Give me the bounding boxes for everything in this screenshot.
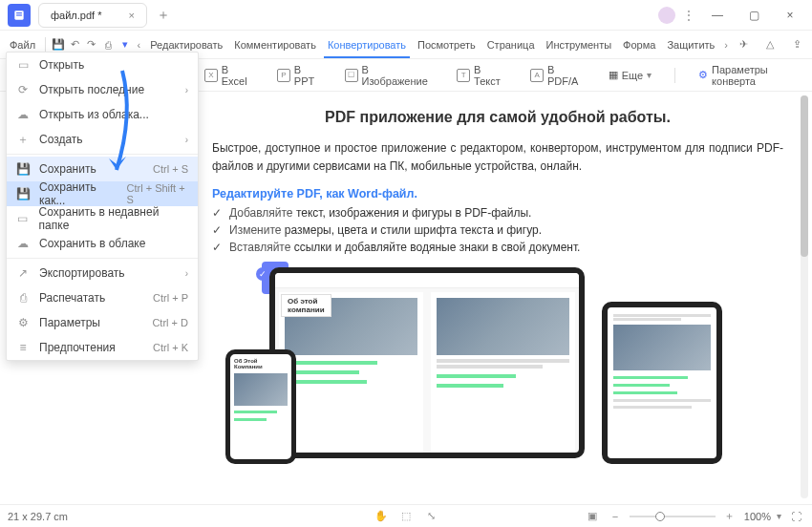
shortcut-label: Ctrl + S [153, 163, 188, 175]
shortcut-label: Ctrl + Shift + S [127, 182, 188, 205]
menu-edit[interactable]: Редактировать [146, 39, 226, 51]
window-close-button[interactable]: × [776, 4, 804, 27]
menu-form[interactable]: Форма [619, 39, 659, 51]
close-tab-icon[interactable]: × [128, 10, 134, 21]
sliders-icon: ⚙ [16, 316, 30, 329]
tab-title: файл.pdf * [51, 10, 101, 21]
doc-subheading: Редактируйте PDF, как Word-файл. [212, 187, 783, 200]
menu-prefs[interactable]: ≡ПредпочтенияCtrl + K [7, 335, 198, 360]
feature-list: ✓Добавляйте текст, изображения и фигуры … [212, 206, 783, 254]
svg-rect-1 [16, 12, 22, 13]
menu-save-recent-folder[interactable]: ▭Сохранить в недавней папке [7, 206, 198, 231]
settings-icon: ≡ [16, 341, 30, 354]
menu-protect[interactable]: Защитить [663, 39, 718, 51]
grid-icon: ▦ [609, 69, 618, 81]
menu-open[interactable]: ▭Открыть [7, 53, 198, 77]
window-minimize-button[interactable]: — [703, 4, 732, 27]
laptop-mock: Об этойкомпании [269, 267, 585, 458]
chevron-right-icon: › [185, 135, 188, 145]
print-icon: ⎙ [16, 291, 30, 305]
more-menu-icon[interactable]: ⋮ [683, 9, 695, 22]
zoom-slider-knob[interactable] [655, 512, 665, 521]
excel-icon: X [204, 69, 218, 82]
to-text-button[interactable]: TВ Текст [457, 64, 509, 87]
text-icon: T [457, 69, 470, 82]
scrollbar-thumb[interactable] [801, 95, 808, 257]
folder-icon: ▭ [16, 212, 30, 225]
menu-convert[interactable]: Конвертировать [324, 39, 410, 58]
pdfa-icon: A [530, 69, 544, 82]
send-icon[interactable]: ✈ [734, 35, 753, 54]
recent-icon: ⟳ [16, 83, 30, 96]
export-icon: ↗ [16, 266, 30, 280]
menu-view[interactable]: Посмотреть [414, 39, 480, 51]
chevron-right-icon: › [185, 268, 188, 279]
badge-text: Об этойкомпании [281, 294, 331, 317]
to-ppt-button[interactable]: PВ PPT [277, 64, 324, 87]
menu-export[interactable]: ↗Экспортировать› [7, 261, 198, 285]
share-icon[interactable]: ⇪ [787, 35, 806, 54]
cloud-icon: ☁ [16, 237, 30, 250]
more-convert-button[interactable]: ▦Еще▾ [609, 69, 652, 81]
chevron-down-icon: ▾ [647, 70, 652, 80]
menu-save[interactable]: 💾СохранитьCtrl + S [7, 157, 198, 181]
zoom-slider[interactable] [630, 516, 716, 517]
to-pdfa-button[interactable]: AВ PDF/A [530, 64, 587, 87]
menu-open-cloud[interactable]: ☁Открыть из облака... [7, 102, 198, 127]
menu-save-cloud[interactable]: ☁Сохранить в облаке [7, 231, 198, 256]
select-tool-icon[interactable]: ⬚ [397, 508, 415, 525]
menu-comment[interactable]: Комментировать [230, 39, 320, 51]
check-icon: ✓ [212, 206, 222, 220]
menu-open-recent[interactable]: ⟳Открыть последние› [7, 77, 198, 102]
zoom-in-icon[interactable]: ＋ [721, 508, 738, 525]
list-item: ✓Добавляйте текст, изображения и фигуры … [212, 206, 783, 220]
check-icon: ✓ [212, 223, 222, 237]
doc-intro: Быстрое, доступное и простое приложение … [212, 139, 783, 176]
menu-print[interactable]: ⎙РаспечататьCtrl + P [7, 285, 198, 310]
phone-mock: Об ЭтойКомпании [225, 349, 296, 464]
title-bar: файл.pdf * × ＋ ⋮ — ▢ × [0, 0, 812, 31]
cursor-tool-icon[interactable]: ⤡ [422, 508, 439, 525]
document-tab[interactable]: файл.pdf * × [38, 3, 147, 28]
open-icon: ▭ [16, 58, 30, 72]
menu-tools[interactable]: Инструменты [543, 39, 616, 51]
menu-params[interactable]: ⚙ПараметрыCtrl + D [7, 310, 198, 335]
menu-save-as[interactable]: 💾Сохранить как...Ctrl + Shift + S [7, 181, 198, 206]
list-item: ✓Вставляйте ссылки и добавляйте водяные … [212, 241, 783, 254]
to-image-button[interactable]: ☐В Изображение [345, 64, 437, 87]
menu-page[interactable]: Страница [483, 39, 539, 51]
cloud-icon: ☁ [16, 108, 30, 121]
file-menu[interactable]: Файл [6, 39, 39, 51]
cloud-icon[interactable]: △ [760, 35, 780, 54]
hand-tool-icon[interactable]: ✋ [373, 508, 390, 525]
image-icon: ☐ [345, 69, 358, 82]
chevron-right-icon: › [185, 85, 188, 95]
menu-scroll-right-icon[interactable]: › [722, 39, 730, 51]
list-item: ✓Измените размеры, цвета и стили шрифта … [212, 223, 783, 237]
user-avatar[interactable] [658, 7, 675, 24]
chevron-down-icon[interactable]: ▾ [777, 511, 781, 521]
vertical-scrollbar[interactable] [801, 95, 808, 498]
save-as-icon: 💾 [16, 187, 30, 200]
zoom-value: 100% [744, 511, 771, 522]
menu-scroll-left-icon[interactable]: ‹ [136, 39, 143, 51]
doc-title: PDF приложение для самой удобной работы. [212, 109, 783, 126]
app-icon [8, 4, 31, 27]
check-icon: ✓ [212, 241, 222, 254]
gear-icon: ⚙ [698, 69, 708, 81]
window-maximize-button[interactable]: ▢ [739, 4, 768, 27]
status-bar: 21 x 29.7 cm ✋ ⬚ ⤡ ▣ − ＋ 100% ▾ ⛶ [0, 504, 812, 527]
fullscreen-icon[interactable]: ⛶ [787, 508, 804, 525]
new-tab-button[interactable]: ＋ [157, 7, 170, 24]
save-icon: 💾 [16, 162, 30, 176]
file-dropdown-menu: ▭Открыть ⟳Открыть последние› ☁Открыть из… [6, 52, 199, 361]
tablet-mock [602, 302, 722, 464]
convert-params-button[interactable]: ⚙Параметры конверта [698, 64, 812, 87]
fit-page-icon[interactable]: ▣ [584, 508, 601, 525]
zoom-out-icon[interactable]: − [607, 508, 624, 525]
page-dimensions: 21 x 29.7 cm [8, 511, 68, 522]
devices-illustration: Об этойкомпании Об ЭтойКомпании [212, 267, 783, 466]
menu-create[interactable]: ＋Создать› [7, 127, 198, 152]
plus-icon: ＋ [16, 132, 30, 148]
to-excel-button[interactable]: XВ Excel [204, 64, 256, 87]
